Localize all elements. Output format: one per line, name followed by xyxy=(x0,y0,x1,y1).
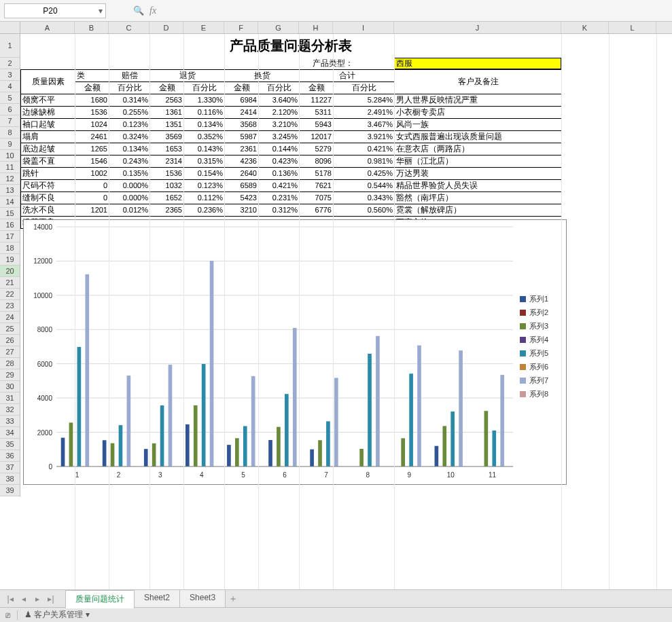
bar[interactable] xyxy=(310,450,314,466)
bar[interactable] xyxy=(492,431,496,466)
cell-p3[interactable]: 0.136% xyxy=(259,168,300,180)
row-header[interactable]: 34 xyxy=(0,427,20,439)
cell-a1[interactable]: 1546 xyxy=(75,156,109,168)
cell-factor[interactable]: 袋盖不直 xyxy=(21,156,75,168)
cell-p3[interactable]: 0.423% xyxy=(259,156,300,168)
row-header[interactable]: 2 xyxy=(0,58,20,69)
cell-a2[interactable]: 1653 xyxy=(150,143,184,156)
cell-p2[interactable]: 0.352% xyxy=(184,131,225,143)
row-header[interactable]: 14 xyxy=(0,196,20,208)
table-row[interactable]: 缝制不良00.000%16520.112%54230.231%70750.343… xyxy=(21,192,562,204)
cell-a1[interactable]: 1002 xyxy=(75,168,109,180)
cell-a4[interactable]: 5311 xyxy=(300,107,334,119)
row-header[interactable]: 29 xyxy=(0,369,20,381)
row-header[interactable]: 1 xyxy=(0,34,20,58)
bar[interactable] xyxy=(61,438,65,466)
cell-a1[interactable]: 1024 xyxy=(75,119,109,131)
bar[interactable] xyxy=(277,427,281,466)
cell-a3[interactable]: 6589 xyxy=(225,180,259,192)
cell-factor[interactable]: 跳针 xyxy=(21,168,75,180)
row-header[interactable]: 11 xyxy=(0,162,20,173)
table-row[interactable]: 袖口起皱10240.123%13510.134%35683.210%59433.… xyxy=(21,119,562,131)
legend-swatch[interactable] xyxy=(520,350,526,356)
row-header[interactable]: 16 xyxy=(0,219,20,231)
bar[interactable] xyxy=(69,422,73,466)
cell-p4[interactable]: 0.560% xyxy=(334,204,395,217)
bar[interactable] xyxy=(326,421,330,466)
bar[interactable] xyxy=(111,443,115,466)
bar[interactable] xyxy=(243,426,247,466)
cell-a2[interactable]: 1032 xyxy=(150,180,184,192)
bar[interactable] xyxy=(127,376,131,466)
bar[interactable] xyxy=(334,378,338,466)
cell-a1[interactable]: 1265 xyxy=(75,143,109,156)
row-header[interactable]: 27 xyxy=(0,346,20,358)
cell-p2[interactable]: 0.123% xyxy=(184,180,225,192)
row-header[interactable]: 8 xyxy=(0,127,20,139)
row-header[interactable]: 32 xyxy=(0,404,20,416)
cell-a3[interactable]: 2414 xyxy=(225,107,259,119)
cell-p1[interactable]: 0.134% xyxy=(109,143,150,156)
cell-a1[interactable]: 2461 xyxy=(75,131,109,143)
row-header[interactable]: 4 xyxy=(0,81,20,92)
cell-p1[interactable]: 0.255% xyxy=(109,107,150,119)
bar[interactable] xyxy=(318,440,322,466)
table-row[interactable]: 尺码不符00.000%10320.123%65890.421%76210.544… xyxy=(21,180,562,192)
bar[interactable] xyxy=(484,411,489,466)
cell-a2[interactable]: 3569 xyxy=(150,131,184,143)
cell-p3[interactable]: 0.144% xyxy=(259,143,300,156)
bar[interactable] xyxy=(409,373,413,466)
bar[interactable] xyxy=(160,405,164,466)
row-header[interactable]: 25 xyxy=(0,323,20,335)
row-header[interactable]: 31 xyxy=(0,392,20,404)
chart[interactable]: 0200040006000800010000120001400012345678… xyxy=(23,219,567,485)
col-header[interactable]: A xyxy=(20,22,75,33)
row-header[interactable]: 6 xyxy=(0,104,20,115)
cell-p2[interactable]: 0.236% xyxy=(184,204,225,217)
cell-a3[interactable]: 5423 xyxy=(225,192,259,204)
cell-p2[interactable]: 0.154% xyxy=(184,168,225,180)
cell-a4[interactable]: 8096 xyxy=(300,156,334,168)
tab-nav-first-icon[interactable]: |◂ xyxy=(4,593,16,605)
row-header[interactable]: 23 xyxy=(0,300,20,312)
row-header[interactable]: 38 xyxy=(0,473,20,485)
cell-p4[interactable]: 0.981% xyxy=(334,156,395,168)
row-header[interactable]: 21 xyxy=(0,277,20,289)
cell-a3[interactable]: 2640 xyxy=(225,168,259,180)
row-header[interactable]: 20 xyxy=(0,266,20,277)
cell-factor[interactable]: 尺码不符 xyxy=(21,180,75,192)
bar[interactable] xyxy=(169,365,173,466)
col-header[interactable]: K xyxy=(561,22,609,33)
cell-a1[interactable]: 0 xyxy=(75,180,109,192)
product-type-value[interactable]: 西服 xyxy=(394,58,561,69)
cell-a1[interactable]: 1201 xyxy=(75,204,109,217)
bar[interactable] xyxy=(359,449,364,466)
tab-nav-next-icon[interactable]: ▸ xyxy=(31,593,43,605)
col-header[interactable]: G xyxy=(258,22,299,33)
table-row[interactable]: 袋盖不直15460.243%23140.315%42360.423%80960.… xyxy=(21,156,562,168)
table-row[interactable]: 边缘缺棉15360.255%13610.116%24142.120%53112.… xyxy=(21,107,562,119)
formula-input-zone[interactable]: 🔍 fx xyxy=(133,5,156,16)
bar[interactable] xyxy=(459,350,463,466)
cell-p3[interactable]: 3.640% xyxy=(259,94,300,107)
bar[interactable] xyxy=(85,274,89,466)
col-header[interactable]: F xyxy=(224,22,258,33)
col-header[interactable]: J xyxy=(394,22,561,33)
legend-label[interactable]: 系列5 xyxy=(529,349,548,357)
tab-nav-prev-icon[interactable]: ◂ xyxy=(18,593,30,605)
row-header[interactable]: 17 xyxy=(0,231,20,242)
bar[interactable] xyxy=(144,449,148,466)
legend-label[interactable]: 系列4 xyxy=(529,335,548,344)
bar[interactable] xyxy=(368,354,372,466)
cell-remark[interactable]: 风尚一族 xyxy=(395,119,562,131)
cell-a3[interactable]: 3210 xyxy=(225,204,259,217)
cell-a3[interactable]: 3568 xyxy=(225,119,259,131)
cell-p3[interactable]: 0.231% xyxy=(259,192,300,204)
cell-p3[interactable]: 0.312% xyxy=(259,204,300,217)
row-header[interactable]: 30 xyxy=(0,381,20,392)
cell-p4[interactable]: 3.467% xyxy=(334,119,395,131)
cell-p4[interactable]: 0.343% xyxy=(334,192,395,204)
cell-remark[interactable]: 男人世界反映情况严重 xyxy=(395,94,562,107)
row-header[interactable]: 39 xyxy=(0,485,20,496)
cell-p3[interactable]: 3.210% xyxy=(259,119,300,131)
